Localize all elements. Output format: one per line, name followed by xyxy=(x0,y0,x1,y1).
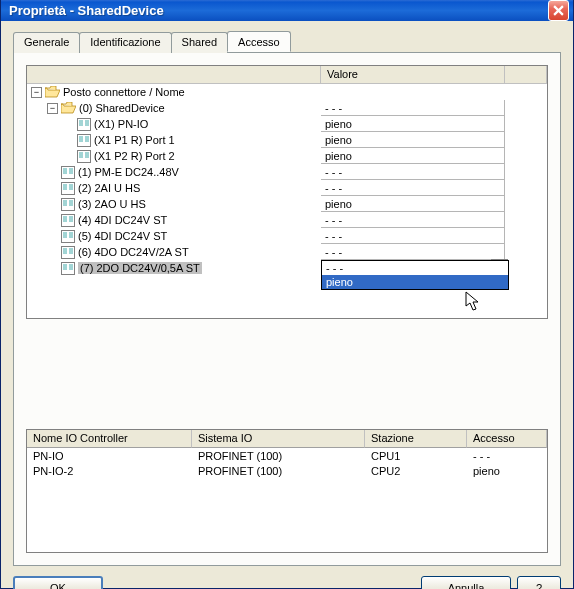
tab-identification[interactable]: Identificazione xyxy=(79,32,171,53)
tree-row[interactable]: −Posto connettore / Nome xyxy=(27,84,547,100)
expander-icon[interactable]: − xyxy=(31,87,42,98)
value-text: pieno xyxy=(325,198,352,210)
module-icon xyxy=(61,214,75,227)
tree-label: (3) 2AO U HS xyxy=(78,198,146,210)
value-cell[interactable]: pieno xyxy=(321,196,505,212)
value-cell[interactable]: - - - xyxy=(321,212,505,228)
module-icon xyxy=(61,182,75,195)
value-text: pieno xyxy=(325,150,352,162)
tree-label: (1) PM-E DC24..48V xyxy=(78,166,179,178)
cancel-button[interactable]: Annulla xyxy=(421,576,511,589)
table-cell: - - - xyxy=(467,448,547,463)
tree-cell[interactable]: (X1 P1 R) Port 1 xyxy=(27,132,321,148)
tree-cell[interactable]: (X1 P2 R) Port 2 xyxy=(27,148,321,164)
col-header-value[interactable]: Valore xyxy=(321,66,505,83)
table-row[interactable]: PN-IOPROFINET (100)CPU1- - - xyxy=(27,448,547,463)
expander-icon[interactable]: − xyxy=(47,103,58,114)
dropdown-option[interactable]: - - - xyxy=(322,261,508,275)
window-title: Proprietà - SharedDevice xyxy=(9,3,548,18)
tree-cell[interactable]: (4) 4DI DC24V ST xyxy=(27,212,321,228)
value-cell[interactable]: - - - xyxy=(321,228,505,244)
client-area: Generale Identificazione Shared Accesso … xyxy=(1,21,573,589)
tree-label: (X1 P1 R) Port 1 xyxy=(94,134,175,146)
module-icon xyxy=(61,198,75,211)
controller-grid-body: PN-IOPROFINET (100)CPU1- - -PN-IO-2PROFI… xyxy=(27,448,547,552)
col-header-system[interactable]: Sistema IO xyxy=(192,430,365,448)
tree-label: (5) 4DI DC24V ST xyxy=(78,230,167,242)
tree-cell[interactable]: (5) 4DI DC24V ST xyxy=(27,228,321,244)
controller-grid: Nome IO Controller Sistema IO Stazione A… xyxy=(26,429,548,553)
tree-cell[interactable]: (7) 2DO DC24V/0,5A ST xyxy=(27,260,321,276)
value-text: pieno xyxy=(325,134,352,146)
module-icon xyxy=(61,166,75,179)
tree-label: (7) 2DO DC24V/0,5A ST xyxy=(78,262,202,274)
value-cell[interactable]: pieno xyxy=(321,148,505,164)
tree-row[interactable]: (4) 4DI DC24V ST- - - xyxy=(27,212,547,228)
tab-shared[interactable]: Shared xyxy=(171,32,228,53)
table-cell: PN-IO-2 xyxy=(27,463,192,478)
tree-cell[interactable]: −(0) SharedDevice xyxy=(27,100,321,116)
tab-general[interactable]: Generale xyxy=(13,32,80,53)
tree-row[interactable]: (6) 4DO DC24V/2A ST- - - xyxy=(27,244,547,260)
tree-cell[interactable]: (1) PM-E DC24..48V xyxy=(27,164,321,180)
value-cell[interactable]: - - - xyxy=(321,180,505,196)
close-button[interactable] xyxy=(548,0,569,21)
tree-row[interactable]: (1) PM-E DC24..48V- - - xyxy=(27,164,547,180)
close-icon xyxy=(553,5,564,16)
tree-row[interactable]: (X1) PN-IOpieno xyxy=(27,116,547,132)
col-header-tree[interactable] xyxy=(27,66,321,83)
col-header-access[interactable]: Accesso xyxy=(467,430,547,448)
help-button[interactable]: ? xyxy=(517,576,561,589)
value-dropdown-list[interactable]: - - -pieno xyxy=(321,260,509,290)
tabpage-access: Valore −Posto connettore / Nome−(0) Shar… xyxy=(13,52,561,566)
table-cell: PROFINET (100) xyxy=(192,463,365,478)
table-cell: PN-IO xyxy=(27,448,192,463)
tree-row[interactable]: (X1 P2 R) Port 2pieno xyxy=(27,148,547,164)
value-text: - - - xyxy=(325,166,342,178)
col-header-station[interactable]: Stazione xyxy=(365,430,467,448)
value-text: - - - xyxy=(325,230,342,242)
folder-open-icon xyxy=(45,86,60,98)
value-cell[interactable]: pieno xyxy=(321,116,505,132)
tree-cell[interactable]: (6) 4DO DC24V/2A ST xyxy=(27,244,321,260)
ok-button[interactable]: OK xyxy=(13,576,103,589)
dropdown-option[interactable]: pieno xyxy=(322,275,508,289)
tree-label: (X1) PN-IO xyxy=(94,118,148,130)
value-cell[interactable]: - - - xyxy=(321,244,505,260)
value-cell[interactable]: - - - xyxy=(321,164,505,180)
folder-open-icon xyxy=(61,102,76,114)
tree-label: (4) 4DI DC24V ST xyxy=(78,214,167,226)
module-icon xyxy=(77,134,91,147)
tree-label: Posto connettore / Nome xyxy=(63,86,185,98)
tree-label: (2) 2AI U HS xyxy=(78,182,140,194)
tree-row[interactable]: (5) 4DI DC24V ST- - - xyxy=(27,228,547,244)
table-cell: CPU1 xyxy=(365,448,467,463)
tree-grid-header: Valore xyxy=(27,66,547,84)
tabstrip: Generale Identificazione Shared Accesso xyxy=(13,31,561,52)
table-cell: CPU2 xyxy=(365,463,467,478)
tree-cell[interactable]: −Posto connettore / Nome xyxy=(27,84,321,100)
value-text: - - - xyxy=(325,246,342,258)
module-icon xyxy=(61,246,75,259)
button-spacer xyxy=(109,576,415,589)
tree-row[interactable]: −(0) SharedDevice- - - xyxy=(27,100,547,116)
value-cell[interactable]: - - - xyxy=(321,100,505,116)
tree-cell[interactable]: (3) 2AO U HS xyxy=(27,196,321,212)
tab-access[interactable]: Accesso xyxy=(227,31,291,52)
col-header-spacer xyxy=(505,66,547,83)
tree-label: (X1 P2 R) Port 2 xyxy=(94,150,175,162)
tree-row[interactable]: (3) 2AO U HSpieno xyxy=(27,196,547,212)
tree-row[interactable]: (2) 2AI U HS- - - xyxy=(27,180,547,196)
tree-cell[interactable]: (X1) PN-IO xyxy=(27,116,321,132)
col-header-controller[interactable]: Nome IO Controller xyxy=(27,430,192,448)
table-row[interactable]: PN-IO-2PROFINET (100)CPU2pieno xyxy=(27,463,547,478)
module-icon xyxy=(61,262,75,275)
value-cell[interactable]: pieno xyxy=(321,132,505,148)
value-text: pieno xyxy=(325,118,352,130)
table-cell: pieno xyxy=(467,463,547,478)
tree-cell[interactable]: (2) 2AI U HS xyxy=(27,180,321,196)
table-cell: PROFINET (100) xyxy=(192,448,365,463)
tree-row[interactable]: (X1 P1 R) Port 1pieno xyxy=(27,132,547,148)
titlebar: Proprietà - SharedDevice xyxy=(1,0,573,21)
dialog-window: Proprietà - SharedDevice Generale Identi… xyxy=(0,0,574,589)
